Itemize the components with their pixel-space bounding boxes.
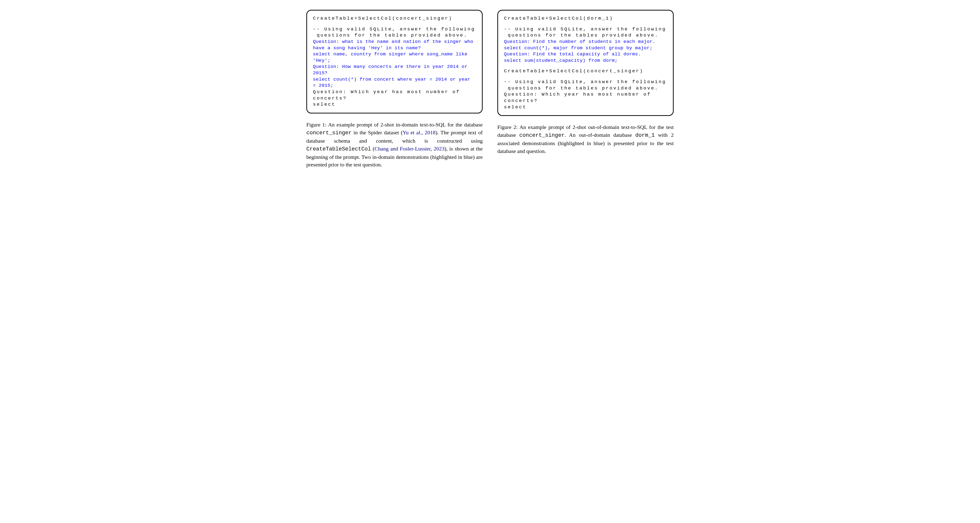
code-header-concert: CreateTable+SelectCol(concert_singer) [504,68,667,75]
caption-text: . An out-of-domain database [565,132,635,138]
demo-question-2: Question: Find the total capacity of all… [504,51,667,57]
code-header-dorm: CreateTable+SelectCol(dorm_1) [504,16,667,22]
caption-mono-2: CreateTableSelectCol [306,146,371,152]
code-comment-4: questions for the tables provided above. [504,85,667,92]
code-comment-2: questions for the tables provided above. [313,32,476,39]
test-select: select [313,102,476,108]
caption-text: in the Spider dataset ( [352,129,402,136]
demo-question-1: Question: Find the number of students in… [504,39,667,45]
caption-mono-2: dorm_1 [635,132,655,139]
figure2-caption: Figure 2: An example prompt of 2-shot ou… [497,123,674,155]
citation-yu: Yu et al., 2018 [402,129,435,136]
demo-sql-2: select sum(student_capacity) from dorm; [504,57,667,64]
code-comment-3: -- Using valid SQLite, answer the follow… [504,79,667,85]
right-column: CreateTable+SelectCol(dorm_1) -- Using v… [497,10,674,169]
caption-mono-1: concert_singer [306,130,352,136]
caption-text: ( [371,145,374,152]
demo-question-2: Question: How many concerts are there in… [313,64,476,76]
citation-chang: Chang and Fosler-Lussier, 2023 [374,145,444,152]
demo-question-1: Question: what is the name and nation of… [313,39,476,51]
figure1-code-box: CreateTable+SelectCol(concert_singer) --… [306,10,483,113]
test-question: Question: Which year has most number of … [313,89,476,102]
code-comment-2: questions for the tables provided above. [504,32,667,39]
demo-sql-1: select count(*), major from student grou… [504,45,667,51]
code-comment-1: -- Using valid SQLite, answer the follow… [313,26,476,33]
demo-sql-2: select count(*) from concert where year … [313,77,476,89]
code-comment-1: -- Using valid SQLite, answer the follow… [504,26,667,33]
left-column: CreateTable+SelectCol(concert_singer) --… [306,10,483,169]
test-select: select [504,104,667,110]
figure1-caption: Figure 1: An example prompt of 2-shot in… [306,121,483,169]
test-question: Question: Which year has most number of … [504,91,667,104]
code-header: CreateTable+SelectCol(concert_singer) [313,16,476,22]
figure2-code-box: CreateTable+SelectCol(dorm_1) -- Using v… [497,10,674,116]
caption-mono-1: concert_singer [519,132,565,139]
caption-text: Figure 1: An example prompt of 2-shot in… [306,121,483,128]
demo-sql-1: select name, country from singer where s… [313,51,476,64]
